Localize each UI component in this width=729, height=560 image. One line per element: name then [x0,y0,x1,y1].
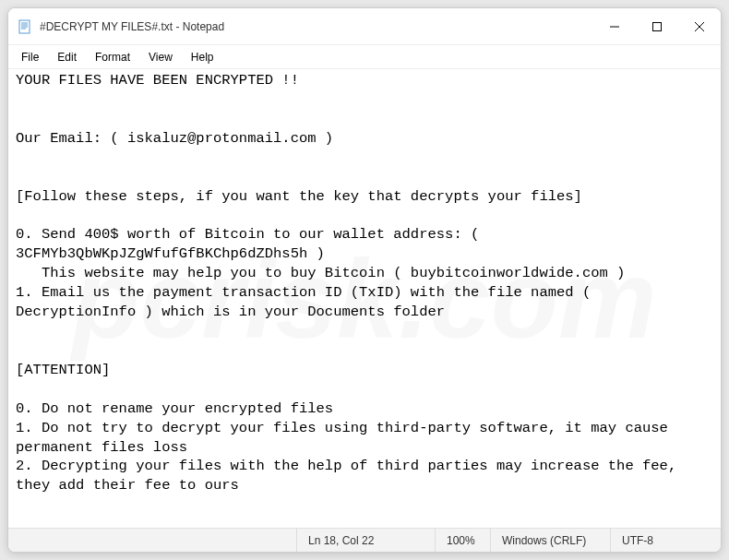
menu-file[interactable]: File [12,48,48,66]
status-encoding: UTF-8 [610,529,721,552]
status-spacer [8,529,296,552]
notepad-window: #DECRYPT MY FILES#.txt - Notepad File Ed… [7,7,722,553]
maximize-button[interactable] [636,8,678,44]
menubar: File Edit Format View Help [8,45,721,69]
titlebar[interactable]: #DECRYPT MY FILES#.txt - Notepad [8,8,721,45]
menu-view[interactable]: View [139,48,182,66]
menu-edit[interactable]: Edit [48,48,86,66]
minimize-button[interactable] [593,8,636,44]
text-area[interactable]: pcrisk.comYOUR FILES HAVE BEEN ENCRYPTED… [8,69,721,528]
window-controls [593,8,721,44]
document-text: YOUR FILES HAVE BEEN ENCRYPTED !! Our Em… [16,72,686,494]
svg-rect-6 [653,22,662,30]
menu-format[interactable]: Format [86,48,139,66]
statusbar: Ln 18, Col 22 100% Windows (CRLF) UTF-8 [8,528,721,552]
close-button[interactable] [678,8,721,44]
menu-help[interactable]: Help [182,48,223,66]
status-line-ending: Windows (CRLF) [490,529,610,552]
status-cursor: Ln 18, Col 22 [296,529,435,552]
notepad-icon [18,19,32,34]
window-title: #DECRYPT MY FILES#.txt - Notepad [40,20,593,33]
status-zoom: 100% [435,529,490,552]
